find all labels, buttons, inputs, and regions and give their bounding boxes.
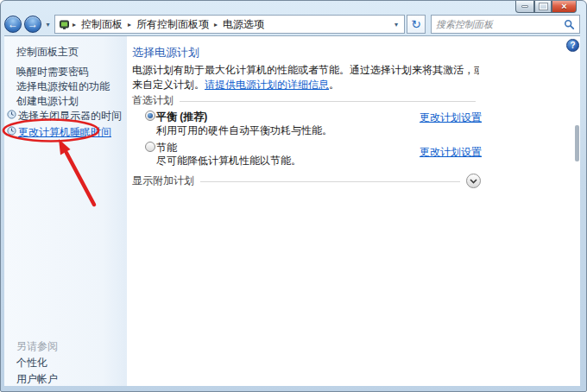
change-plan-settings-link-balanced[interactable]: 更改计划设置 xyxy=(420,111,482,125)
clock-icon xyxy=(7,110,16,119)
search-box[interactable]: 搜索控制面板 xyxy=(431,15,580,34)
plan-balanced-description: 利用可用的硬件自动平衡功耗与性能。 xyxy=(156,123,332,138)
page-description: 电源计划有助于最大化计算机的性能或者节能。通过选择计划来将其激活，或选择计划并通… xyxy=(132,63,479,92)
sidebar-item-display-off-time[interactable]: 选择关闭显示器的时间 xyxy=(18,109,122,123)
page-title: 选择电源计划 xyxy=(132,45,199,60)
description-line1: 电源计划有助于最大化计算机的性能或者节能。通过选择计划来将其激活，或选择计划并通… xyxy=(132,64,479,76)
breadcrumb-control-panel[interactable]: 控制面板 xyxy=(79,16,125,33)
search-icon[interactable] xyxy=(564,19,575,30)
main-pane: ? 选择电源计划 电源计划有助于最大化计算机的性能或者节能。通过选择计划来将其激… xyxy=(127,36,580,386)
close-button[interactable]: × xyxy=(552,1,577,13)
sidebar-item-change-sleep-time[interactable]: 更改计算机睡眠时间 xyxy=(18,125,111,140)
sidebar-item-personalization[interactable]: 个性化 xyxy=(16,356,47,370)
description-period: 。 xyxy=(329,79,339,91)
content-area: 控制面板主页 唤醒时需要密码 选择电源按钮的功能 创建电源计划 选择关闭显示器的… xyxy=(4,35,580,386)
group-divider xyxy=(180,101,476,102)
see-also-header: 另请参阅 xyxy=(16,339,58,354)
refresh-button[interactable]: ↻ xyxy=(407,15,426,34)
minimize-icon xyxy=(521,5,528,8)
forward-button[interactable]: → xyxy=(24,16,41,33)
breadcrumb[interactable]: ▸ 控制面板 ▸ 所有控制面板项 ▸ 电源选项 ▾ xyxy=(54,15,405,34)
minimize-button[interactable] xyxy=(515,1,534,13)
breadcrumb-power-options[interactable]: 电源选项 xyxy=(220,16,267,33)
show-additional-plans-label: 显示附加计划 xyxy=(132,174,194,188)
preferred-plans-label: 首选计划 xyxy=(132,93,174,108)
sidebar-item-control-panel-home[interactable]: 控制面板主页 xyxy=(16,45,79,60)
help-icon[interactable]: ? xyxy=(566,39,579,52)
breadcrumb-separator-icon: ▸ xyxy=(128,20,131,28)
chevron-down-icon xyxy=(470,179,477,184)
search-input[interactable]: 搜索控制面板 xyxy=(436,18,564,31)
maximize-button[interactable] xyxy=(534,1,552,13)
plan-balanced-name[interactable]: 平衡 (推荐) xyxy=(156,110,207,124)
back-button[interactable]: ← xyxy=(4,16,22,33)
power-options-icon xyxy=(59,19,70,30)
recent-pages-dropdown-icon[interactable]: ▾ xyxy=(44,21,52,28)
breadcrumb-separator-icon: ▸ xyxy=(214,20,218,28)
maximize-icon xyxy=(540,3,547,9)
close-icon: × xyxy=(561,2,566,11)
power-options-window: × ← → ▾ ▸ 控制面板 ▸ 所有控制面板项 ▸ 电源选项 ▾ ↻ 搜索控制… xyxy=(0,0,587,392)
breadcrumb-separator-icon: ▸ xyxy=(73,20,76,28)
address-dropdown-icon[interactable]: ▾ xyxy=(392,21,401,28)
sidebar-item-power-buttons[interactable]: 选择电源按钮的功能 xyxy=(16,79,110,94)
breadcrumb-all-items[interactable]: 所有控制面板项 xyxy=(134,16,211,33)
radio-plan-balanced[interactable] xyxy=(145,111,155,121)
scrollbar-thumb[interactable] xyxy=(575,125,579,161)
plan-power-saver-description: 尽可能降低计算机性能以节能。 xyxy=(156,154,301,168)
titlebar[interactable]: × xyxy=(515,1,577,13)
additional-plans-group: 显示附加计划 xyxy=(132,174,481,188)
radio-plan-power-saver[interactable] xyxy=(145,142,155,152)
sidebar: 控制面板主页 唤醒时需要密码 选择电源按钮的功能 创建电源计划 选择关闭显示器的… xyxy=(4,36,127,386)
plan-details-link[interactable]: 请提供电源计划的详细信息 xyxy=(205,79,329,91)
change-plan-settings-link-power-saver[interactable]: 更改计划设置 xyxy=(420,145,482,160)
sidebar-item-user-accounts[interactable]: 用户帐户 xyxy=(16,372,58,387)
sidebar-item-create-plan[interactable]: 创建电源计划 xyxy=(16,94,79,109)
sidebar-item-password-on-wake[interactable]: 唤醒时需要密码 xyxy=(16,65,89,79)
clock-icon xyxy=(7,126,16,136)
address-bar: ← → ▾ ▸ 控制面板 ▸ 所有控制面板项 ▸ 电源选项 ▾ ↻ 搜索控制面板 xyxy=(4,13,580,35)
description-line2: 来自定义计划。 xyxy=(132,79,205,91)
preferred-plans-group: 首选计划 xyxy=(132,93,476,108)
group-divider xyxy=(200,181,460,182)
show-additional-plans-button[interactable] xyxy=(466,174,481,188)
